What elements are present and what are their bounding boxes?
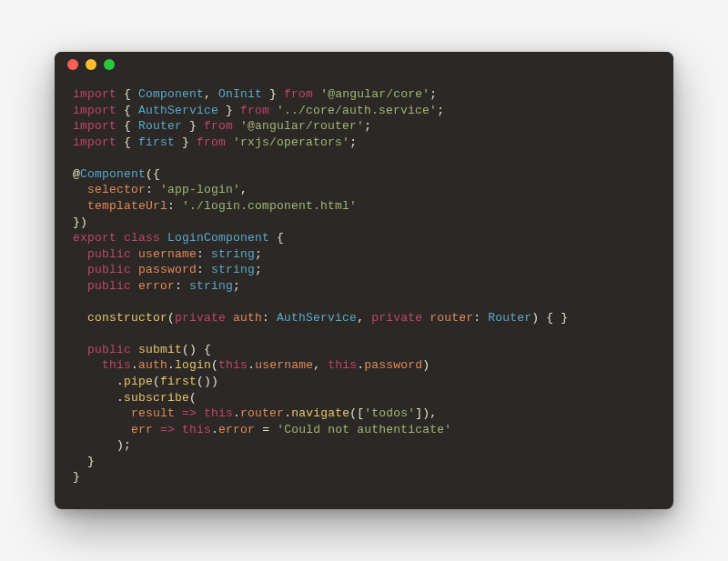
zoom-icon[interactable] <box>104 59 115 70</box>
minimize-icon[interactable] <box>86 59 96 70</box>
window-titlebar <box>55 52 673 77</box>
code-block: import { Component, OnInit } from '@angu… <box>55 77 673 509</box>
stage: import { Component, OnInit } from '@angu… <box>0 0 728 561</box>
close-icon[interactable] <box>67 59 78 70</box>
code-window: import { Component, OnInit } from '@angu… <box>55 52 673 509</box>
kw-import: import <box>73 87 116 101</box>
